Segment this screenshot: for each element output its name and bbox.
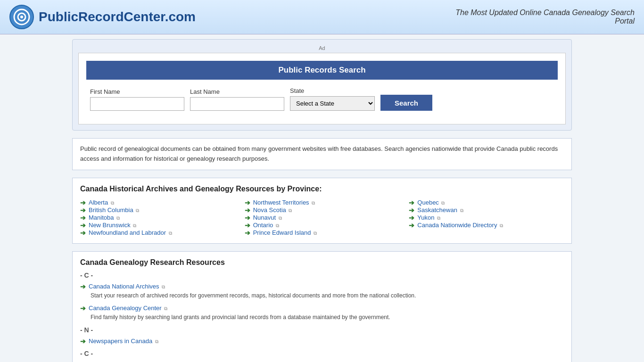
external-icon: ⧉: [169, 230, 172, 236]
arrow-icon: ➔: [245, 222, 250, 229]
arrow-icon: ➔: [409, 214, 414, 222]
external-icon: ⧉: [314, 230, 317, 236]
province-link-nb[interactable]: New Brunswick ⧉: [89, 222, 136, 229]
logo-area: PublicRecordCenter.com: [9, 5, 196, 29]
state-select[interactable]: Select a State Alberta British Columbia …: [290, 96, 375, 111]
resources-title: Canada Genealogy Research Resources: [80, 258, 564, 267]
provinces-section: Canada Historical Archives and Genealogy…: [72, 178, 572, 244]
external-icon: ⧉: [155, 339, 158, 344]
resource-link-newspapers[interactable]: Newspapers in Canada ⧉: [89, 337, 158, 345]
first-name-input[interactable]: [90, 97, 184, 111]
province-link-yk[interactable]: Yukon ⧉: [417, 214, 440, 221]
province-grid: ➔ Alberta ⧉ ➔ British Columbia ⧉ ➔ Manit…: [80, 199, 564, 237]
list-item: ➔ Alberta ⧉: [80, 199, 235, 206]
state-field: State Select a State Alberta British Col…: [290, 87, 375, 111]
province-col-1: ➔ Alberta ⧉ ➔ British Columbia ⧉ ➔ Manit…: [80, 199, 235, 237]
list-item: ➔ Ontario ⧉: [245, 222, 400, 229]
arrow-icon: ➔: [409, 206, 414, 214]
resource-link-row: ➔ Newspapers in Canada ⧉: [80, 337, 564, 345]
province-link-nl[interactable]: Newfoundland and Labrador ⧉: [89, 229, 172, 236]
info-box: Public record of genealogical documents …: [72, 138, 572, 170]
main-content: Ad Public Records Search First Name Last…: [63, 34, 581, 362]
info-text: Public record of genealogical documents …: [80, 145, 558, 162]
list-item: ➔ Saskatchewan ⧉: [409, 206, 564, 214]
resources-section: Canada Genealogy Research Resources - C …: [72, 251, 572, 362]
search-button[interactable]: Search: [380, 95, 432, 111]
arrow-icon: ➔: [245, 229, 250, 237]
search-box-title: Public Records Search: [86, 61, 558, 80]
province-link-qc[interactable]: Quebec ⧉: [417, 199, 445, 206]
resource-link-row: ➔ Canada Genealogy Center ⧉: [80, 304, 564, 312]
external-icon: ⧉: [289, 208, 292, 213]
external-icon: ⧉: [133, 223, 136, 228]
resource-link-genealogy-center[interactable]: Canada Genealogy Center ⧉: [89, 304, 167, 312]
province-link-bc[interactable]: British Columbia ⧉: [89, 206, 139, 214]
arrow-icon: ➔: [245, 214, 250, 222]
province-col-3: ➔ Quebec ⧉ ➔ Saskatchewan ⧉ ➔ Yukon ⧉ ➔ …: [409, 199, 564, 237]
external-icon: ⧉: [500, 223, 503, 228]
external-icon: ⧉: [111, 200, 114, 206]
arrow-icon: ➔: [80, 199, 86, 206]
first-name-label: First Name: [90, 88, 184, 95]
last-name-field: Last Name: [190, 88, 284, 111]
list-item: ➔ Nova Scotia ⧉: [245, 206, 400, 214]
arrow-icon: ➔: [80, 214, 86, 222]
resource-link-canada-archives[interactable]: Canada National Archives ⧉: [89, 283, 165, 290]
province-link-alberta[interactable]: Alberta ⧉: [89, 199, 114, 206]
provinces-title: Canada Historical Archives and Genealogy…: [80, 185, 564, 193]
list-item: ➔ Yukon ⧉: [409, 214, 564, 222]
section-letter-c2: - C -: [80, 350, 564, 357]
list-item: ➔ Newfoundland and Labrador ⧉: [80, 229, 235, 237]
site-logo-icon: [9, 5, 34, 29]
search-box: Public Records Search First Name Last Na…: [78, 53, 566, 124]
arrow-icon: ➔: [80, 206, 86, 214]
resource-desc-archives: Start your research of archived records …: [91, 291, 564, 300]
province-link-pei[interactable]: Prince Edward Island ⧉: [253, 229, 317, 236]
external-icon: ⧉: [312, 200, 315, 206]
list-item: ➔ Prince Edward Island ⧉: [245, 229, 400, 237]
list-item: ➔ British Columbia ⧉: [80, 206, 235, 214]
resource-item-national-archives: ➔ Canada National Archives ⧉ Start your …: [80, 283, 564, 300]
arrow-icon: ➔: [245, 206, 250, 214]
province-link-sk[interactable]: Saskatchewan ⧉: [417, 206, 463, 214]
section-letter-c1: - C -: [80, 272, 564, 279]
state-label: State: [290, 87, 375, 94]
list-item: ➔ Quebec ⧉: [409, 199, 564, 206]
province-link-nt[interactable]: Northwest Territories ⧉: [253, 199, 315, 206]
external-icon: ⧉: [460, 208, 463, 213]
province-link-nu[interactable]: Nunavut ⧉: [253, 214, 282, 221]
site-tagline: The Most Updated Online Canada Genealogy…: [455, 8, 635, 25]
province-link-manitoba[interactable]: Manitoba ⧉: [89, 214, 120, 221]
arrow-icon: ➔: [409, 222, 414, 229]
ad-section: Ad Public Records Search First Name Last…: [72, 39, 572, 131]
arrow-icon: ➔: [80, 283, 86, 290]
list-item: ➔ Nunavut ⧉: [245, 214, 400, 222]
province-link-ns[interactable]: Nova Scotia ⧉: [253, 206, 292, 214]
arrow-icon: ➔: [80, 304, 86, 312]
site-header: PublicRecordCenter.com The Most Updated …: [0, 0, 644, 34]
arrow-icon: ➔: [80, 222, 86, 229]
site-logo-text: PublicRecordCenter.com: [39, 9, 196, 25]
arrow-icon: ➔: [80, 229, 86, 237]
list-item: ➔ Northwest Territories ⧉: [245, 199, 400, 206]
arrow-icon: ➔: [245, 199, 250, 206]
external-icon: ⧉: [441, 200, 445, 206]
last-name-input[interactable]: [190, 97, 284, 111]
ad-label: Ad: [78, 45, 566, 51]
list-item: ➔ New Brunswick ⧉: [80, 222, 235, 229]
section-letter-n: - N -: [80, 326, 564, 334]
province-link-nationwide[interactable]: Canada Nationwide Directory ⧉: [417, 222, 503, 229]
resource-link-row: ➔ Canada National Archives ⧉: [80, 283, 564, 290]
province-link-on[interactable]: Ontario ⧉: [253, 222, 279, 229]
external-icon: ⧉: [164, 306, 167, 311]
search-form: First Name Last Name State Select a Stat…: [86, 87, 558, 116]
list-item: ➔ Canada Nationwide Directory ⧉: [409, 222, 564, 229]
arrow-icon: ➔: [409, 199, 414, 206]
arrow-icon: ➔: [80, 337, 86, 345]
external-icon: ⧉: [136, 208, 139, 213]
external-icon: ⧉: [162, 284, 165, 289]
resource-desc-genealogy: Find family history by searching land gr…: [91, 313, 564, 321]
last-name-label: Last Name: [190, 88, 284, 95]
external-icon: ⧉: [116, 215, 120, 221]
external-icon: ⧉: [279, 215, 282, 221]
